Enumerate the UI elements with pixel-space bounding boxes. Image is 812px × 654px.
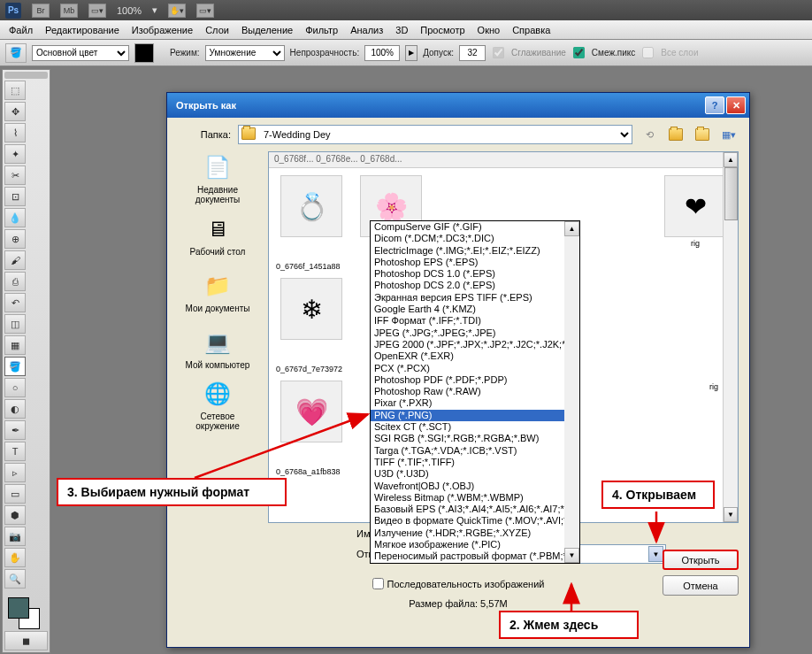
brush-tool[interactable]: 🖌 [4,250,26,270]
scroll-thumb[interactable] [724,167,738,220]
history-brush-tool[interactable]: ↶ [4,293,26,312]
menu-image[interactable]: Изображение [132,25,193,35]
format-option[interactable]: Scitex CT (*.SCT) [371,421,579,433]
scroll-down-icon[interactable]: ▼ [724,507,738,522]
menu-3d[interactable]: 3D [395,25,408,35]
format-dropdown-list[interactable]: CompuServe GIF (*.GIF)Dicom (*.DCM;*.DC3… [370,220,580,564]
dropdown-arrow-icon[interactable]: ▼ [648,546,663,562]
menu-edit[interactable]: Редактирование [45,25,119,35]
lasso-tool[interactable]: ⌇ [4,123,26,142]
close-button[interactable]: ✕ [726,96,746,114]
color-swatch[interactable] [134,43,154,63]
menu-help[interactable]: Справка [512,25,550,35]
zoom-level[interactable]: 100% [117,5,142,16]
dialog-titlebar[interactable]: Открыть как ? ✕ [167,93,749,118]
format-option[interactable]: Dicom (*.DCM;*.DC3;*.DIC) [371,233,579,244]
format-option[interactable]: Базовый EPS (*.AI3;*.AI4;*.AI5;*.AI6;*.A… [371,504,579,515]
format-option[interactable]: Photoshop DCS 2.0 (*.EPS) [371,280,579,291]
arrange-icon[interactable]: ▭▾ [196,4,214,18]
mode-select[interactable]: Умножение [205,45,285,61]
format-option[interactable]: Google Earth 4 (*.KMZ) [371,304,579,315]
magic-wand-tool[interactable]: ✦ [4,144,26,164]
format-option[interactable]: Видео в формате QuickTime (*.MOV;*.AVI;*… [371,515,579,527]
crop-tool[interactable]: ✂ [4,165,26,185]
color-swatches[interactable] [4,594,48,629]
bridge-icon[interactable]: Br [32,4,50,18]
foreground-color-swatch[interactable] [8,597,29,619]
fill-source-select[interactable]: Основной цвет [32,45,129,61]
opacity-input[interactable] [364,45,400,61]
format-option[interactable]: Экранная версия EPS TIFF (*.EPS) [371,292,579,304]
pen-tool[interactable]: ✒ [4,420,26,440]
3d-tool[interactable]: ⬢ [4,505,26,525]
opacity-arrow-icon[interactable]: ▶ [405,45,417,61]
move-tool[interactable]: ✥ [4,102,26,121]
menu-analysis[interactable]: Анализ [350,25,383,35]
scroll-up-icon[interactable]: ▲ [724,152,738,167]
menu-window[interactable]: Окно [478,25,501,35]
format-option[interactable]: Мягкое изображение (*.PIC) [371,539,579,550]
eraser-tool[interactable]: ◫ [4,314,26,334]
nav-up-icon[interactable] [666,125,686,144]
dropdown-scrollbar[interactable]: ▲ ▼ [564,221,579,563]
format-option[interactable]: Photoshop PDF (*.PDF;*.PDP) [371,374,579,386]
format-option[interactable]: Wavefront|OBJ (*.OBJ) [371,481,579,492]
format-option[interactable]: Photoshop Raw (*.RAW) [371,386,579,397]
menu-filter[interactable]: Фильтр [305,25,338,35]
format-option[interactable]: PCX (*.PCX) [371,363,579,374]
3d-camera-tool[interactable]: 📷 [4,527,26,546]
gradient-tool[interactable]: ▦ [4,335,26,355]
dodge-tool[interactable]: ◐ [4,399,26,419]
file-thumb[interactable]: 💗 [276,381,347,469]
quickmask-tool[interactable]: ◼ [4,631,48,650]
format-option[interactable]: ElectricImage (*.IMG;*.EI;*.EIZ;*.EIZZ) [371,245,579,257]
format-option[interactable]: TIFF (*.TIF;*.TIFF) [371,457,579,468]
place-desktop[interactable]: 🖥 Рабочий стол [182,208,253,261]
format-option[interactable]: SGI RGB (*.SGI;*.RGB;*.RGBA;*.BW) [371,433,579,444]
format-option[interactable]: Photoshop EPS (*.EPS) [371,257,579,268]
scroll-up-icon[interactable]: ▲ [564,221,579,236]
tolerance-input[interactable] [459,45,486,61]
scroll-down-icon[interactable]: ▼ [564,548,579,563]
help-button[interactable]: ? [705,96,724,114]
minibridge-icon[interactable]: Mb [60,4,78,18]
format-option[interactable]: JPEG 2000 (*.JPF;*.JPX;*.JP2;*.J2C;*.J2K… [371,339,579,350]
format-option[interactable]: IFF Формат (*.IFF;*.TDI) [371,315,579,327]
blur-tool[interactable]: ○ [4,378,26,397]
place-recent[interactable]: 📄 Недавние документы [182,151,253,204]
nav-back-icon[interactable]: ⟲ [640,125,659,144]
format-option[interactable]: Излучение (*.HDR;*.RGBE;*.XYZE) [371,527,579,539]
zoom-tool[interactable]: 🔍 [4,569,26,589]
stamp-tool[interactable]: ⎙ [4,272,26,291]
path-tool[interactable]: ▹ [4,463,26,482]
format-option[interactable]: OpenEXR (*.EXR) [371,350,579,362]
marquee-tool[interactable]: ⬚ [4,81,26,100]
folder-select[interactable]: 7-Wedding Dey [238,125,632,144]
toolbox-grip[interactable] [4,72,48,79]
nav-newfolder-icon[interactable] [693,125,712,144]
slice-tool[interactable]: ⊡ [4,187,26,206]
place-computer[interactable]: 💻 Мой компьютер [182,321,253,374]
menu-file[interactable]: Файл [9,25,33,35]
file-thumb[interactable]: ❄ [276,278,347,366]
hand-tool[interactable]: ✋ [4,548,26,567]
hand-tool-icon[interactable]: ✋▾ [168,4,186,18]
open-button[interactable]: Открыть [663,550,739,570]
format-option[interactable]: U3D (*.U3D) [371,468,579,480]
format-option[interactable]: Photoshop DCS 1.0 (*.EPS) [371,268,579,280]
file-thumb[interactable]: 💍 [276,175,347,264]
menu-layer[interactable]: Слои [205,25,229,35]
format-option[interactable]: Wireless Bitmap (*.WBM;*.WBMP) [371,492,579,504]
eyedropper-tool[interactable]: 💧 [4,208,26,227]
bucket-tool[interactable]: 🪣 [4,357,26,376]
type-tool[interactable]: T [4,442,26,461]
shape-tool[interactable]: ▭ [4,484,26,504]
file-list-scrollbar[interactable]: ▲ ▼ [723,152,738,522]
sequence-checkbox[interactable] [372,578,384,589]
format-option[interactable]: CompuServe GIF (*.GIF) [371,221,579,233]
format-option[interactable]: PNG (*.PNG) [371,410,579,421]
format-option[interactable]: Pixar (*.PXR) [371,397,579,409]
format-option[interactable]: JPEG (*.JPG;*.JPEG;*.JPE) [371,327,579,339]
bucket-tool-icon[interactable]: 🪣 [5,43,27,63]
menu-view[interactable]: Просмотр [420,25,464,35]
